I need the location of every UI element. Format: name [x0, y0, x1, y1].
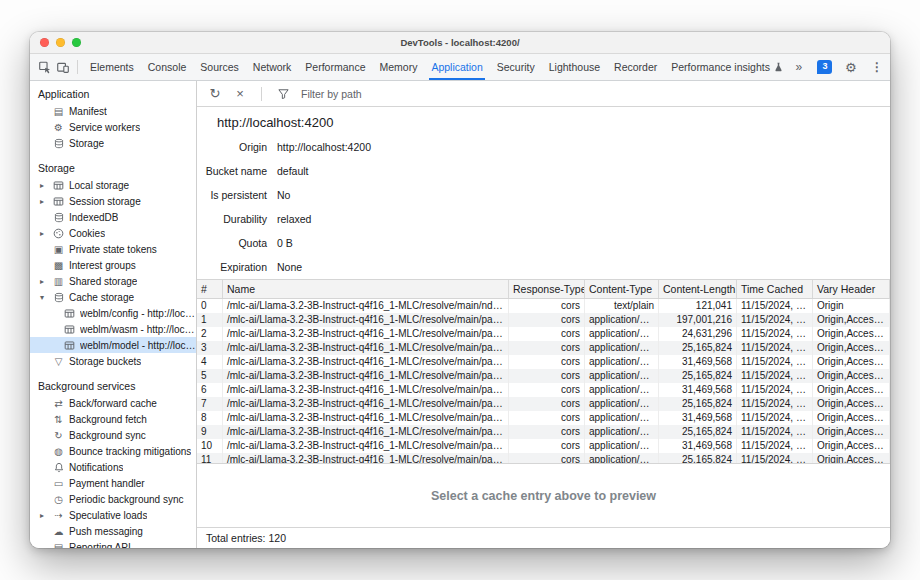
table-row[interactable]: 0/mlc-ai/Llama-3.2-3B-Instruct-q4f16_1-M… — [197, 299, 890, 313]
column-header-vary-header[interactable]: Vary Header — [813, 280, 890, 298]
periodic-sync-icon: ◷ — [52, 494, 65, 505]
chevron-down-icon[interactable]: ▾ — [40, 293, 44, 302]
cell-response-type: cors — [509, 397, 585, 411]
table-row[interactable]: 8/mlc-ai/Llama-3.2-3B-Instruct-q4f16_1-M… — [197, 411, 890, 425]
sidebar-item-label: Background fetch — [69, 414, 147, 425]
preview-placeholder: Select a cache entry above to preview — [431, 489, 656, 503]
sidebar-item-storage[interactable]: Storage — [30, 135, 196, 151]
cell-name: /mlc-ai/Llama-3.2-3B-Instruct-q4f16_1-ML… — [223, 397, 509, 411]
sidebar-item-reporting-api[interactable]: ▤Reporting API — [30, 539, 196, 548]
table-row[interactable]: 1/mlc-ai/Llama-3.2-3B-Instruct-q4f16_1-M… — [197, 313, 890, 327]
tab-network[interactable]: Network — [246, 54, 299, 80]
issues-button[interactable]: 3 — [816, 57, 834, 77]
tab-security[interactable]: Security — [490, 54, 542, 80]
chevron-right-icon[interactable]: ▸ — [40, 277, 44, 286]
meta-label: Expiration — [197, 261, 267, 273]
sidebar-item-bounce-tracking-mitigations[interactable]: ◍Bounce tracking mitigations — [30, 443, 196, 459]
sidebar-item-cache-storage[interactable]: ▾Cache storage — [30, 289, 196, 305]
application-sidebar: Application▤Manifest⚙Service workersStor… — [30, 81, 197, 548]
cell-name: /mlc-ai/Llama-3.2-3B-Instruct-q4f16_1-ML… — [223, 327, 509, 341]
column-header-content-type[interactable]: Content-Type — [585, 280, 659, 298]
table-body: 0/mlc-ai/Llama-3.2-3B-Instruct-q4f16_1-M… — [197, 299, 890, 463]
sidebar-item-service-workers[interactable]: ⚙Service workers — [30, 119, 196, 135]
tab-console[interactable]: Console — [141, 54, 194, 80]
sidebar-item-back-forward-cache[interactable]: ⇄Back/forward cache — [30, 395, 196, 411]
tab-performance-insights[interactable]: Performance insights — [664, 54, 790, 80]
column-header-response-type[interactable]: Response-Type — [509, 280, 585, 298]
tab-application[interactable]: Application — [424, 54, 489, 80]
column-header-[interactable]: # — [197, 280, 223, 298]
sidebar-item-label: Periodic background sync — [69, 494, 184, 505]
chevron-right-icon[interactable]: ▸ — [40, 181, 44, 190]
sidebar-item-label: Bounce tracking mitigations — [69, 446, 191, 457]
sidebar-item-notifications[interactable]: Notifications — [30, 459, 196, 475]
sidebar-item-periodic-background-sync[interactable]: ◷Periodic background sync — [30, 491, 196, 507]
minimize-window-button[interactable] — [56, 38, 65, 47]
zoom-window-button[interactable] — [72, 38, 81, 47]
cell-time-cached: 11/15/2024, 10… — [737, 299, 813, 313]
sidebar-item-manifest[interactable]: ▤Manifest — [30, 103, 196, 119]
tab-memory[interactable]: Memory — [372, 54, 424, 80]
sidebar-item-indexeddb[interactable]: IndexedDB — [30, 209, 196, 225]
sidebar-item-weblm-model-http-loca[interactable]: weblm/model - http://loca… — [30, 337, 196, 353]
table-row[interactable]: 11/mlc-ai/Llama-3.2-3B-Instruct-q4f16_1-… — [197, 453, 890, 463]
cell-num: 7 — [197, 397, 223, 411]
table-row[interactable]: 4/mlc-ai/Llama-3.2-3B-Instruct-q4f16_1-M… — [197, 355, 890, 369]
sidebar-item-payment-handler[interactable]: ▭Payment handler — [30, 475, 196, 491]
sidebar-item-weblm-config-http-loc[interactable]: weblm/config - http://loc… — [30, 305, 196, 321]
device-toolbar-icon[interactable] — [54, 57, 72, 77]
table-row[interactable]: 6/mlc-ai/Llama-3.2-3B-Instruct-q4f16_1-M… — [197, 383, 890, 397]
filter-input[interactable] — [299, 87, 523, 101]
more-tabs-button[interactable]: » — [790, 57, 808, 77]
table-row[interactable]: 9/mlc-ai/Llama-3.2-3B-Instruct-q4f16_1-M… — [197, 425, 890, 439]
meta-label: Quota — [197, 237, 267, 249]
table-row[interactable]: 7/mlc-ai/Llama-3.2-3B-Instruct-q4f16_1-M… — [197, 397, 890, 411]
sidebar-item-interest-groups[interactable]: ▩Interest groups — [30, 257, 196, 273]
delete-selected-icon[interactable]: × — [231, 84, 249, 104]
sidebar-item-background-fetch[interactable]: ⇅Background fetch — [30, 411, 196, 427]
tab-recorder[interactable]: Recorder — [607, 54, 664, 80]
sidebar-item-background-sync[interactable]: ↻Background sync — [30, 427, 196, 443]
cell-content-length: 31,469,568 — [659, 383, 737, 397]
devtools-window: DevTools - localhost:4200/ ElementsConso… — [30, 32, 890, 548]
table-row[interactable]: 3/mlc-ai/Llama-3.2-3B-Instruct-q4f16_1-M… — [197, 341, 890, 355]
refresh-icon[interactable]: ↻ — [206, 84, 224, 104]
toolbar-divider — [261, 87, 262, 101]
sidebar-item-session-storage[interactable]: ▸Session storage — [30, 193, 196, 209]
window-title: DevTools - localhost:4200/ — [30, 37, 890, 48]
titlebar[interactable]: DevTools - localhost:4200/ — [30, 32, 890, 54]
chevron-right-icon[interactable]: ▸ — [40, 511, 44, 520]
table-icon — [52, 180, 65, 191]
tab-elements[interactable]: Elements — [83, 54, 141, 80]
kebab-menu-icon[interactable]: ⋮ — [868, 57, 886, 77]
column-header-name[interactable]: Name — [223, 280, 509, 298]
chevron-right-icon[interactable]: ▸ — [40, 197, 44, 206]
cell-content-type: application/oc… — [585, 327, 659, 341]
column-header-content-length[interactable]: Content-Length — [659, 280, 737, 298]
inspect-element-icon[interactable] — [36, 57, 54, 77]
sidebar-item-weblm-wasm-http-loca[interactable]: weblm/wasm - http://loca… — [30, 321, 196, 337]
sidebar-item-local-storage[interactable]: ▸Local storage — [30, 177, 196, 193]
close-window-button[interactable] — [40, 38, 49, 47]
sidebar-item-speculative-loads[interactable]: ▸⇢Speculative loads — [30, 507, 196, 523]
sidebar-item-shared-storage[interactable]: ▸▥Shared storage — [30, 273, 196, 289]
table-row[interactable]: 5/mlc-ai/Llama-3.2-3B-Instruct-q4f16_1-M… — [197, 369, 890, 383]
table-row[interactable]: 10/mlc-ai/Llama-3.2-3B-Instruct-q4f16_1-… — [197, 439, 890, 453]
sidebar-item-cookies[interactable]: ▸Cookies — [30, 225, 196, 241]
cell-num: 3 — [197, 341, 223, 355]
table-row[interactable]: 2/mlc-ai/Llama-3.2-3B-Instruct-q4f16_1-M… — [197, 327, 890, 341]
cell-time-cached: 11/15/2024, 10… — [737, 453, 813, 463]
sidebar-item-label: Storage — [69, 138, 104, 149]
tab-lighthouse[interactable]: Lighthouse — [542, 54, 607, 80]
tab-performance[interactable]: Performance — [298, 54, 372, 80]
column-header-time-cached[interactable]: Time Cached — [737, 280, 813, 298]
bell-icon — [52, 462, 65, 473]
preview-panel: Select a cache entry above to preview — [197, 463, 890, 527]
sidebar-item-push-messaging[interactable]: ☁Push messaging — [30, 523, 196, 539]
cell-name: /mlc-ai/Llama-3.2-3B-Instruct-q4f16_1-ML… — [223, 383, 509, 397]
tab-sources[interactable]: Sources — [193, 54, 246, 80]
sidebar-item-storage-buckets[interactable]: ▽Storage buckets — [30, 353, 196, 369]
settings-gear-icon[interactable]: ⚙ — [842, 57, 860, 77]
sidebar-item-private-state-tokens[interactable]: ▣Private state tokens — [30, 241, 196, 257]
chevron-right-icon[interactable]: ▸ — [40, 229, 44, 238]
